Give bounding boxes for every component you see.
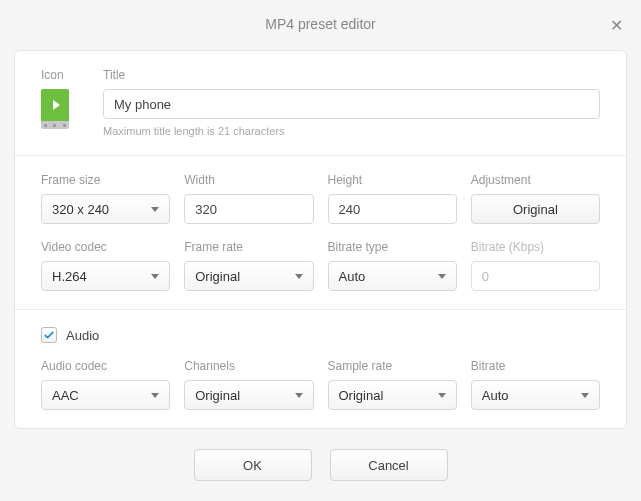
chevron-down-icon [295,274,303,279]
title-hint: Maximum title length is 21 characters [103,125,600,137]
dialog-header: MP4 preset editor ✕ [0,0,641,48]
chevron-down-icon [581,393,589,398]
audio-bitrate-label: Bitrate [471,359,600,373]
frame-rate-select[interactable]: Original [184,261,313,291]
chevron-down-icon [295,393,303,398]
frame-size-select[interactable]: 320 x 240 [41,194,170,224]
audio-checkbox[interactable] [41,327,57,343]
chevron-down-icon [151,274,159,279]
frame-rate-label: Frame rate [184,240,313,254]
cancel-button[interactable]: Cancel [330,449,448,481]
sample-rate-select[interactable]: Original [328,380,457,410]
height-input[interactable] [328,194,457,224]
check-icon [43,329,55,341]
sample-rate-label: Sample rate [328,359,457,373]
bitrate-type-select[interactable]: Auto [328,261,457,291]
audio-codec-select[interactable]: AAC [41,380,170,410]
width-input[interactable] [184,194,313,224]
channels-select[interactable]: Original [184,380,313,410]
bitrate-type-label: Bitrate type [328,240,457,254]
video-section: Frame size 320 x 240 Width Height Adjust… [15,155,626,309]
title-section: Icon Title Maximum title length is 21 ch… [15,51,626,155]
chevron-down-icon [438,393,446,398]
icon-label: Icon [41,68,81,82]
video-codec-select[interactable]: H.264 [41,261,170,291]
close-icon[interactable]: ✕ [610,16,623,35]
width-label: Width [184,173,313,187]
video-bitrate-label: Bitrate (Kbps) [471,240,600,254]
title-label: Title [103,68,600,82]
dialog-title: MP4 preset editor [265,16,376,32]
video-bitrate-input [471,261,600,291]
ok-button[interactable]: OK [194,449,312,481]
chevron-down-icon [438,274,446,279]
adjustment-label: Adjustment [471,173,600,187]
audio-toggle-label: Audio [66,328,99,343]
audio-section: Audio Audio codec AAC Channels Original … [15,309,626,428]
adjustment-button[interactable]: Original [471,194,600,224]
chevron-down-icon [151,393,159,398]
dialog-footer: OK Cancel [0,449,641,481]
device-icon[interactable] [41,89,69,129]
chevron-down-icon [151,207,159,212]
channels-label: Channels [184,359,313,373]
title-input[interactable] [103,89,600,119]
frame-size-label: Frame size [41,173,170,187]
height-label: Height [328,173,457,187]
audio-codec-label: Audio codec [41,359,170,373]
audio-bitrate-select[interactable]: Auto [471,380,600,410]
video-codec-label: Video codec [41,240,170,254]
editor-panel: Icon Title Maximum title length is 21 ch… [14,50,627,429]
